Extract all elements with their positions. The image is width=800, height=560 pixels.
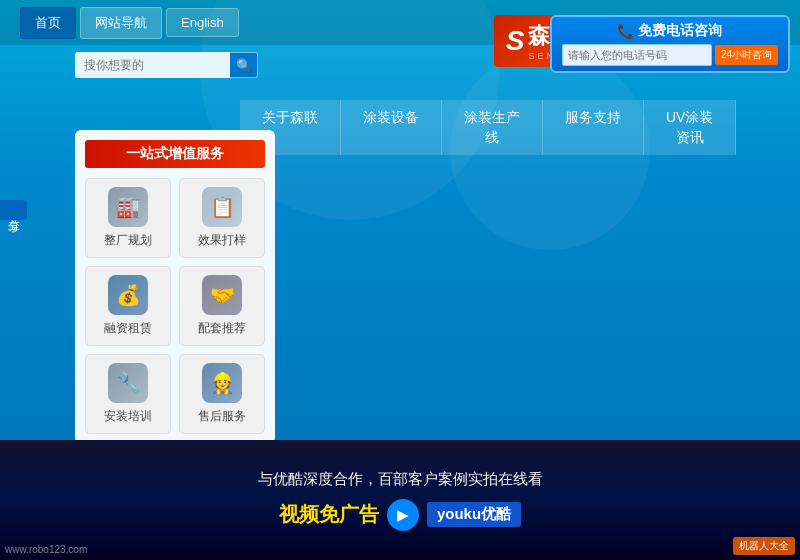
bottom-banner: 与优酷深度合作，百部客户案例实拍在线看 视频免广告 ▶ youku优酷 xyxy=(0,440,800,560)
banner-highlight-row: 视频免广告 ▶ youku优酷 xyxy=(279,499,521,531)
search-input[interactable] xyxy=(75,52,230,78)
phone-input-row: 24小时咨询 xyxy=(562,44,778,66)
aftersale-icon: 👷 xyxy=(202,363,242,403)
service-install-training[interactable]: 🔧 安装培训 xyxy=(85,354,171,434)
service-match-label: 配套推荐 xyxy=(198,320,246,337)
service-grid: 🏭 整厂规划 📋 效果打样 💰 融资租赁 🤝 配套推荐 🔧 安装培训 👷 售后服… xyxy=(85,178,265,434)
value-services-title: 一站式增值服务 xyxy=(85,140,265,168)
service-install-label: 安装培训 xyxy=(104,408,152,425)
menu-uv[interactable]: UV涂装资讯 xyxy=(644,100,736,155)
effect-icon: 📋 xyxy=(202,187,242,227)
nav-guide[interactable]: 网站导航 xyxy=(80,7,162,39)
phone-submit-button[interactable]: 24小时咨询 xyxy=(715,45,778,65)
menu-service[interactable]: 服务支持 xyxy=(543,100,644,155)
menu-equipment[interactable]: 涂装设备 xyxy=(341,100,442,155)
youku-logo: youku优酷 xyxy=(427,502,521,527)
main-navigation: 关于森联 涂装设备 涂装生产线 服务支持 UV涂装资讯 xyxy=(240,100,736,155)
nav-english[interactable]: English xyxy=(166,8,239,37)
service-effect-label: 效果打样 xyxy=(198,232,246,249)
search-bar: 🔍 xyxy=(75,52,258,78)
robot-watermark: 机器人大全 xyxy=(733,537,795,555)
service-aftersale-label: 售后服务 xyxy=(198,408,246,425)
value-services-panel: 一站式增值服务 🏭 整厂规划 📋 效果打样 💰 融资租赁 🤝 配套推荐 🔧 安装… xyxy=(75,130,275,444)
service-finance-lease[interactable]: 💰 融资租赁 xyxy=(85,266,171,346)
factory-icon: 🏭 xyxy=(108,187,148,227)
play-button[interactable]: ▶ xyxy=(387,499,419,531)
phone-title: 📞 免费电话咨询 xyxy=(562,22,778,40)
service-effect-sample[interactable]: 📋 效果打样 xyxy=(179,178,265,258)
nav-tabs-group: 首页 网站导航 English xyxy=(20,7,239,39)
finance-icon: 💰 xyxy=(108,275,148,315)
service-matching[interactable]: 🤝 配套推荐 xyxy=(179,266,265,346)
banner-highlight-text: 视频免广告 xyxy=(279,501,379,528)
site-watermark: www.robo123.com xyxy=(5,544,87,555)
phone-consultation: 📞 免费电话咨询 24小时咨询 xyxy=(550,15,790,73)
phone-number-input[interactable] xyxy=(562,44,712,66)
search-button[interactable]: 🔍 xyxy=(230,52,258,78)
service-aftersale[interactable]: 👷 售后服务 xyxy=(179,354,265,434)
service-factory-label: 整厂规划 xyxy=(104,232,152,249)
service-finance-label: 融资租赁 xyxy=(104,320,152,337)
nav-home[interactable]: 首页 xyxy=(20,7,76,39)
service-factory-planning[interactable]: 🏭 整厂规划 xyxy=(85,178,171,258)
phone-icon: 📞 xyxy=(617,23,634,39)
menu-production[interactable]: 涂装生产线 xyxy=(442,100,543,155)
match-icon: 🤝 xyxy=(202,275,242,315)
install-icon: 🔧 xyxy=(108,363,148,403)
banner-main-text: 与优酷深度合作，百部客户案例实拍在线看 xyxy=(258,470,543,489)
search-icon: 🔍 xyxy=(236,58,252,73)
logo-letter-s: S xyxy=(506,25,525,57)
share-sidebar[interactable]: 分享 xyxy=(0,200,27,220)
